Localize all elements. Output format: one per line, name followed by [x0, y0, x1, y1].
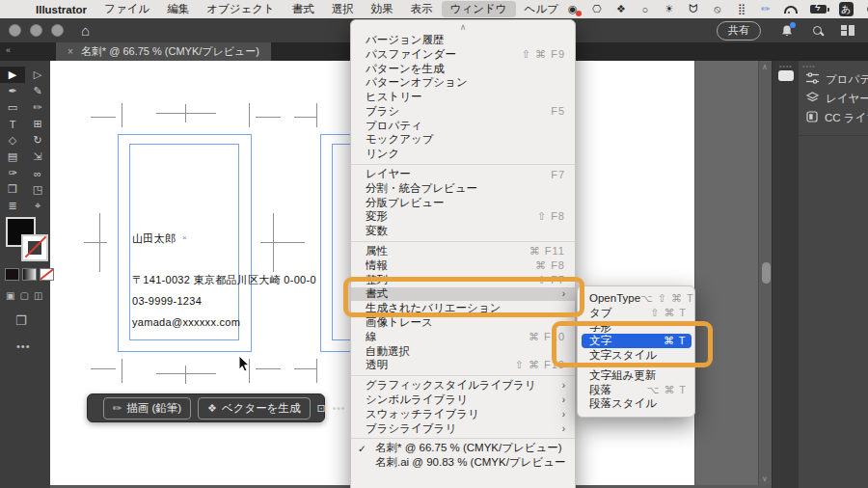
menu-item-分版プレビュー[interactable]: 分版プレビュー	[351, 196, 575, 210]
draw-normal-mode-icon[interactable]: ▣	[6, 290, 14, 301]
menu-item-変数[interactable]: 変数	[351, 224, 575, 238]
window-zoom-button[interactable]	[51, 24, 64, 37]
menu-bar-item-Illustrator[interactable]: Illustrator	[27, 3, 95, 16]
battery-icon[interactable]	[810, 3, 827, 16]
menu-bar-item-ウィンドウ[interactable]: ウィンドウ	[442, 1, 516, 17]
menu-bar-item-書式[interactable]: 書式	[284, 1, 323, 17]
rotate-tool-icon[interactable]: ↻	[25, 132, 50, 149]
menu-item-書式[interactable]: 書式›	[351, 287, 575, 302]
menu-item-パターンを生成[interactable]: パターンを生成	[351, 62, 575, 76]
draw-inside-mode-icon[interactable]: ◫	[34, 290, 42, 301]
workspace-switcher-icon[interactable]	[841, 25, 854, 36]
collapse-panel-icon[interactable]: «	[6, 45, 10, 55]
input-source-icon[interactable]: あ	[839, 2, 854, 16]
scrollbar-thumb[interactable]	[762, 262, 771, 284]
menu-item-情報[interactable]: 情報⌘ F8	[351, 258, 575, 273]
contextual-taskbar[interactable]: ✏ 描画 (鉛筆) ❖ ベクターを生成 ⊡ •••	[87, 393, 325, 422]
submenu-item-OpenType[interactable]: OpenType⌥ ⇧ ⌘ T	[578, 291, 694, 306]
menu-bar-item-ファイル[interactable]: ファイル	[95, 1, 158, 17]
menu-item-ブラシライブラリ[interactable]: ブラシライブラリ›	[351, 421, 575, 436]
cat-app-icon[interactable]: ᗢ	[688, 3, 699, 16]
generate-vectors-button[interactable]: ❖ ベクターを生成	[198, 397, 310, 420]
type-tool-icon[interactable]: T	[0, 116, 25, 132]
window-close-button[interactable]	[9, 24, 21, 37]
panel-tab-layers[interactable]: レイヤー	[799, 89, 868, 108]
blend-tool-icon[interactable]: ∞	[25, 165, 50, 181]
menu-bar-item-ヘルプ[interactable]: ヘルプ	[516, 1, 567, 17]
card-address-text[interactable]: 〒141-0032 東京都品川区大崎 0-00-0	[132, 273, 316, 287]
home-icon[interactable]: ⌂	[81, 22, 90, 39]
card-email-text[interactable]: yamada@xxxxxx.com	[132, 316, 240, 328]
menu-item-スウォッチライブラリ[interactable]: スウォッチライブラリ›	[351, 407, 575, 421]
width-tool-icon[interactable]: ⇲	[25, 149, 50, 165]
menu-item-画像トレース[interactable]: 画像トレース	[351, 315, 575, 330]
menu-item-ブラシ[interactable]: ブラシF5	[351, 104, 575, 119]
fill-stroke-control[interactable]	[6, 217, 46, 261]
notifications-bell-icon[interactable]	[780, 24, 794, 38]
submenu-item-タブ[interactable]: タブ⇧ ⌘ T	[578, 306, 694, 320]
menu-item-モックアップ[interactable]: モックアップ	[351, 133, 575, 148]
slice-tool-icon[interactable]: ◳	[25, 181, 50, 198]
menu-item-名刺* @ 66.75 % (CMYK/プレビュー)[interactable]: 名刺* @ 66.75 % (CMYK/プレビュー)	[351, 442, 575, 456]
submenu-item-文字[interactable]: 文字⌘ T	[582, 334, 692, 348]
menu-item-変形[interactable]: 変形⇧ F8	[351, 210, 575, 225]
selection-tool-icon[interactable]: ▶	[0, 67, 25, 83]
menu-item-リンク[interactable]: リンク	[351, 147, 575, 161]
brightness-icon[interactable]: ☀	[664, 3, 675, 16]
menu-bar-item-表示[interactable]: 表示	[402, 1, 442, 17]
pen-tool-icon[interactable]: ✒	[0, 83, 25, 99]
menu-item-透明[interactable]: 透明⇧ ⌘ F10	[351, 359, 575, 373]
tab-close-icon[interactable]: ×	[68, 46, 73, 57]
submenu-item-文字組み更新[interactable]: 文字組み更新	[578, 368, 694, 383]
panel-drag-dots[interactable]: ••••	[802, 63, 816, 69]
menu-scroll-up-icon[interactable]: ∧	[351, 20, 575, 33]
window-minimize-button[interactable]	[30, 24, 42, 37]
menu-bar-item-効果[interactable]: 効果	[363, 1, 402, 17]
dropbox-icon[interactable]: ❖	[615, 3, 627, 16]
submenu-item-文字スタイル[interactable]: 文字スタイル	[578, 348, 694, 363]
gradient-mode-button[interactable]	[22, 268, 37, 281]
direct-selection-tool-icon[interactable]: ▷	[25, 67, 50, 83]
scroll-down-icon[interactable]: ∨	[762, 474, 768, 483]
menu-item-線[interactable]: 線⌘ F10	[351, 330, 575, 344]
menu-bar-item-編集[interactable]: 編集	[158, 1, 198, 17]
document-tab[interactable]: × 名刺* @ 66.75 % (CMYK/プレビュー)	[56, 42, 271, 61]
menu-item-プロパティ[interactable]: プロパティ	[351, 119, 575, 133]
taskbar-more-button[interactable]: •••	[333, 403, 346, 414]
screen-recording-icon[interactable]: ◉	[567, 3, 579, 16]
submenu-item-段落スタイル[interactable]: 段落スタイル	[578, 397, 694, 412]
regenerate-image-icon[interactable]: ⊡	[317, 402, 326, 415]
do-not-disturb-icon[interactable]: ⦸	[712, 3, 723, 16]
menu-item-バージョン履歴[interactable]: バージョン履歴	[351, 33, 575, 47]
wifi-icon[interactable]	[784, 3, 798, 16]
menu-item-名刺.ai @ 90.83 % (CMYK/プレビュー)[interactable]: 名刺.ai @ 90.83 % (CMYK/プレビュー)	[351, 455, 575, 470]
artboard-tool-icon[interactable]: ⊞	[25, 116, 50, 132]
menu-item-シンボルライブラリ[interactable]: シンボルライブラリ›	[351, 393, 575, 407]
pencil-app-icon[interactable]: ✏	[760, 3, 772, 16]
menu-item-パターンオプション[interactable]: パターンオプション	[351, 75, 575, 90]
edit-toolbar-button[interactable]: •••	[16, 340, 31, 352]
curvature-tool-icon[interactable]: ✎	[25, 83, 50, 99]
search-icon[interactable]	[813, 26, 822, 35]
traffic-light-app-icon[interactable]: ⣿	[736, 3, 747, 16]
stroke-color-swatch[interactable]	[21, 234, 48, 261]
comments-icon[interactable]	[778, 70, 794, 81]
menu-item-分割・統合プレビュー[interactable]: 分割・統合プレビュー	[351, 181, 575, 196]
paintbrush-tool-icon[interactable]: ✏	[25, 99, 50, 116]
draw-behind-mode-icon[interactable]: ▢	[19, 290, 28, 301]
eraser-tool-icon[interactable]: ◇	[0, 132, 25, 149]
menu-item-属性[interactable]: 属性⌘ F11	[351, 244, 575, 258]
hexagon-app-icon[interactable]: ⎔	[591, 3, 603, 16]
panel-tab-properties[interactable]: プロパティ	[799, 69, 868, 89]
menu-item-ヒストリー[interactable]: ヒストリー	[351, 90, 575, 104]
rectangle-tool-icon[interactable]: ▭	[0, 99, 25, 116]
symbol-sprayer-tool-icon[interactable]: ❒	[0, 181, 25, 198]
submenu-item-段落[interactable]: 段落⌥ ⌘ T	[578, 383, 694, 397]
menu-item-整列[interactable]: 整列⇧ F7	[351, 273, 575, 287]
color-mode-button[interactable]	[5, 268, 19, 281]
card-name-text[interactable]: 山田太郎	[132, 231, 176, 246]
menu-item-レイヤー[interactable]: レイヤーF7	[351, 167, 575, 181]
draw-pencil-button[interactable]: ✏ 描画 (鉛筆)	[103, 397, 191, 420]
submenu-item-字形[interactable]: 字形	[578, 320, 694, 335]
card-phone-text[interactable]: 03-9999-1234	[132, 295, 202, 307]
